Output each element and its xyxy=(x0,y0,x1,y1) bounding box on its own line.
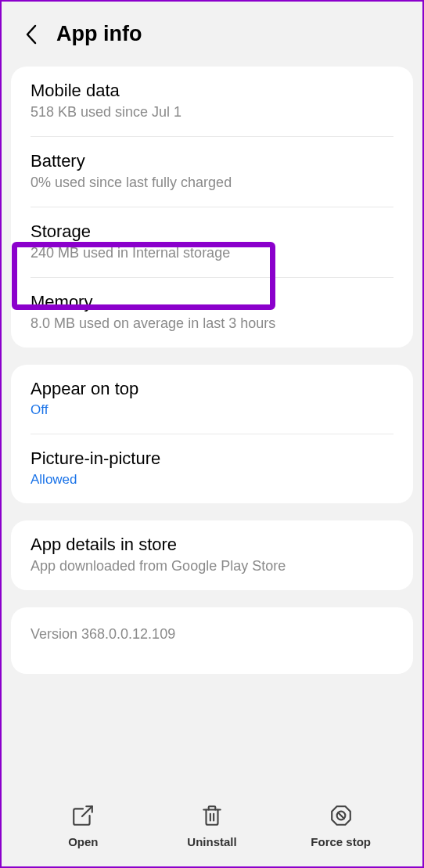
open-button[interactable]: Open xyxy=(19,804,148,848)
appear-on-top-title: Appear on top xyxy=(31,379,393,399)
usage-card: Mobile data 518 KB used since Jul 1 Batt… xyxy=(11,67,413,348)
store-card: App details in store App downloaded from… xyxy=(11,520,413,590)
version-card: Version 368.0.0.12.109 xyxy=(11,607,413,674)
permissions-card: Appear on top Off Picture-in-picture All… xyxy=(11,365,413,503)
bottom-bar: Open Uninstall Force stop xyxy=(3,782,421,866)
stop-icon xyxy=(329,804,353,827)
appear-on-top-status: Off xyxy=(31,402,393,418)
header: App info xyxy=(2,2,422,67)
open-icon xyxy=(71,804,95,827)
storage-title: Storage xyxy=(31,222,393,242)
memory-title: Memory xyxy=(31,292,393,312)
trash-icon xyxy=(200,804,224,827)
mobile-data-sub: 518 KB used since Jul 1 xyxy=(31,104,393,121)
svg-line-2 xyxy=(338,812,344,819)
pip-title: Picture-in-picture xyxy=(31,448,393,469)
open-label: Open xyxy=(68,835,98,848)
memory-item[interactable]: Memory 8.0 MB used on average in last 3 … xyxy=(11,278,413,348)
uninstall-button[interactable]: Uninstall xyxy=(148,804,277,848)
uninstall-label: Uninstall xyxy=(187,835,236,848)
page-title: App info xyxy=(56,22,142,46)
memory-sub: 8.0 MB used on average in last 3 hours xyxy=(31,315,393,332)
pip-item[interactable]: Picture-in-picture Allowed xyxy=(11,434,413,503)
back-icon[interactable] xyxy=(23,27,39,42)
force-stop-label: Force stop xyxy=(311,835,371,848)
storage-sub: 240 MB used in Internal storage xyxy=(31,245,393,261)
mobile-data-title: Mobile data xyxy=(31,81,393,101)
mobile-data-item[interactable]: Mobile data 518 KB used since Jul 1 xyxy=(11,67,413,136)
force-stop-button[interactable]: Force stop xyxy=(276,804,405,848)
app-details-sub: App downloaded from Google Play Store xyxy=(31,558,393,574)
app-details-title: App details in store xyxy=(31,535,393,555)
battery-item[interactable]: Battery 0% used since last fully charged xyxy=(11,137,413,207)
battery-sub: 0% used since last fully charged xyxy=(31,175,393,191)
storage-item[interactable]: Storage 240 MB used in Internal storage xyxy=(11,207,413,277)
battery-title: Battery xyxy=(31,151,393,171)
pip-status: Allowed xyxy=(31,472,393,488)
app-details-item[interactable]: App details in store App downloaded from… xyxy=(11,520,413,590)
appear-on-top-item[interactable]: Appear on top Off xyxy=(11,365,413,434)
version-text: Version 368.0.0.12.109 xyxy=(31,626,393,643)
